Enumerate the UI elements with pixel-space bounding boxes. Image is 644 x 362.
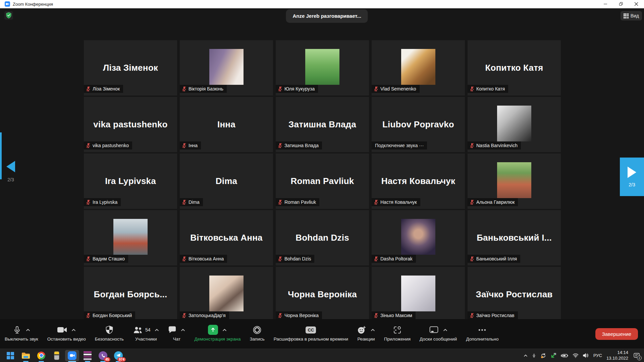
chevron-up-icon[interactable]	[26, 328, 30, 331]
restore-button[interactable]	[613, 0, 629, 8]
previous-page-arrow-icon	[6, 161, 15, 172]
participant-tile[interactable]: Затишна ВладаЗатишна Влада	[276, 97, 369, 152]
taskbar-start-icon[interactable]	[3, 349, 18, 362]
tray-wifi-icon[interactable]	[573, 353, 579, 358]
participant-photo	[209, 49, 244, 85]
cc-icon: CC	[306, 326, 316, 334]
page-indicator-left: 2/3	[0, 177, 21, 182]
participant-tile[interactable]: Bohdan DzisBohdan Dzis	[276, 210, 369, 265]
toolbar-security-button[interactable]: Безопасность	[95, 319, 124, 349]
participant-tile[interactable]: ЗатолоцькаДар'я	[180, 267, 273, 322]
participant-name-label: ЗатолоцькаДар'я	[180, 311, 229, 319]
participant-tile[interactable]: Вадим Сташко	[84, 210, 177, 265]
muted-mic-icon	[470, 86, 474, 92]
chevron-up-icon[interactable]	[71, 328, 76, 331]
muted-mic-icon	[182, 199, 186, 205]
participant-tile[interactable]: Зінько Максим	[372, 267, 465, 322]
muted-mic-icon	[470, 199, 474, 205]
chevron-up-icon[interactable]	[155, 328, 159, 331]
taskbar-chrome-icon[interactable]	[34, 349, 49, 362]
participant-tile[interactable]: Ліза ЗіменокЛіза Зіменок	[84, 40, 177, 96]
chevron-up-icon[interactable]	[181, 328, 185, 331]
muted-mic-icon	[182, 313, 186, 318]
close-button[interactable]	[629, 0, 644, 8]
taskbar-file-explorer-icon[interactable]	[18, 349, 34, 362]
chevron-up-icon[interactable]	[443, 328, 447, 331]
taskbar-winrar-icon[interactable]	[80, 349, 95, 362]
participant-tile[interactable]: ІннаІнна	[180, 97, 273, 152]
toolbar-reactions-button[interactable]: Реакции	[357, 319, 375, 349]
language-indicator[interactable]: РУС	[593, 353, 602, 358]
participant-tile[interactable]: Vlad Semenenko	[372, 40, 465, 96]
taskbar-battery-app-icon[interactable]	[49, 349, 64, 362]
windows-taskbar: 45974 РУС 14:14 13.10.2022 2	[0, 349, 644, 362]
participant-tile[interactable]: Юля Кукуруза	[276, 40, 369, 96]
next-page-control[interactable]: 2/3	[620, 158, 644, 196]
participant-tile[interactable]: Чорна ВеронікаЧорна Вероніка	[276, 267, 369, 322]
participant-tile[interactable]: DimaDima	[180, 154, 273, 209]
participant-tile[interactable]: Богдан Боярсь...Богдан Боярський	[84, 267, 177, 322]
participant-tile[interactable]: Roman PavliukRoman Pavliuk	[276, 154, 369, 209]
participant-tile[interactable]: Liubov PopravkoПодключение звука ···	[372, 97, 465, 152]
participant-tile[interactable]: Копитко КатяКопитко Катя	[468, 40, 561, 96]
toolbar-more-button[interactable]: Дополнительно	[466, 319, 498, 349]
chevron-up-icon[interactable]	[222, 328, 227, 331]
participant-tile[interactable]: Вітковська АннаВітковська Анна	[180, 210, 273, 265]
toolbar-chat-button[interactable]: Чат	[168, 319, 185, 349]
toolbar-participants-button[interactable]: 54Участники	[133, 319, 159, 349]
participant-name-label: Копитко Катя	[468, 85, 508, 93]
previous-page-control[interactable]: 2/3	[0, 161, 21, 182]
toolbar-mute-label: Выключить звук	[5, 337, 38, 342]
toolbar-more-label: Дополнительно	[466, 337, 498, 342]
tray-sync-icon[interactable]	[540, 353, 546, 359]
participant-tile[interactable]: Баньковський І...Баньковський Ілля	[468, 210, 561, 265]
taskbar-zoom-icon[interactable]	[64, 349, 80, 362]
participant-label-text: Затишна Влада	[284, 143, 319, 148]
reactions-icon	[357, 325, 366, 335]
participant-label-text: Nastia Barvinkevich	[476, 143, 518, 148]
participant-tile[interactable]: Вікторія Базюнь	[180, 40, 273, 96]
participant-tile[interactable]: vika pastushenkovika pastushenko	[84, 97, 177, 152]
tray-volume-icon[interactable]	[583, 353, 589, 358]
participant-name-label: Інна	[180, 141, 201, 149]
meeting-security-shield[interactable]	[4, 11, 13, 20]
tray-time: 14:14	[606, 350, 628, 355]
toolbar-reactions-label: Реакции	[357, 337, 375, 342]
toolbar-apps-button[interactable]: Приложения	[384, 319, 411, 349]
view-button[interactable]: Вид	[621, 11, 642, 20]
tray-chevron-up-icon[interactable]	[524, 354, 528, 357]
participant-tile[interactable]: Альона Гаврилюк	[468, 154, 561, 209]
taskbar-viber-icon[interactable]: 45	[95, 349, 111, 362]
toolbar-record-button[interactable]: Запись	[250, 319, 264, 349]
running-indicator	[23, 361, 29, 362]
end-meeting-button[interactable]: Завершение	[595, 328, 638, 340]
chevron-up-icon[interactable]	[371, 328, 375, 331]
participant-tile[interactable]: Заїчко РостиславЗаїчко Ростислав	[468, 267, 561, 322]
participant-photo	[305, 49, 339, 85]
participant-name-label: Затишна Влада	[276, 141, 322, 149]
meeting-toolbar: Выключить звукОстановить видеоБезопаснос…	[0, 319, 644, 349]
muted-mic-icon	[182, 256, 186, 261]
tray-usb-eject-icon[interactable]	[551, 353, 556, 358]
notification-center-icon[interactable]: 2	[633, 352, 641, 360]
unread-badge: 45	[104, 357, 110, 362]
toolbar-transcript-button[interactable]: CCРасшифровка в реальном времени	[274, 319, 348, 349]
participant-tile[interactable]: Настя КовальчукНастя Ковальчук	[372, 154, 465, 209]
tray-microphone-icon[interactable]	[532, 353, 536, 358]
participant-tile[interactable]: Dasha Poltorak	[372, 210, 465, 265]
taskbar-telegram-icon[interactable]: 974	[111, 349, 126, 362]
minimize-button[interactable]	[598, 0, 613, 8]
tray-battery-plug-icon[interactable]	[561, 353, 568, 358]
participant-name-label: Roman Pavliuk	[276, 198, 319, 206]
participant-tile[interactable]: Ira LypivskaIra Lypivska	[84, 154, 177, 209]
toolbar-mute-button[interactable]: Выключить звук	[5, 319, 38, 349]
participant-name-label: Dasha Poltorak	[372, 255, 416, 263]
toolbar-whiteboards-button[interactable]: Доски сообщений	[420, 319, 457, 349]
toolbar-share-button[interactable]: Демонстрация экрана	[194, 319, 240, 349]
taskbar-clock[interactable]: 14:14 13.10.2022	[606, 350, 628, 361]
participant-label-text: Вітковська Анна	[189, 256, 224, 261]
participant-name-label: Dima	[180, 198, 203, 206]
toolbar-video-button[interactable]: Остановить видео	[47, 319, 86, 349]
participant-tile[interactable]: Nastia Barvinkevich	[468, 97, 561, 152]
participant-photo	[113, 219, 148, 255]
